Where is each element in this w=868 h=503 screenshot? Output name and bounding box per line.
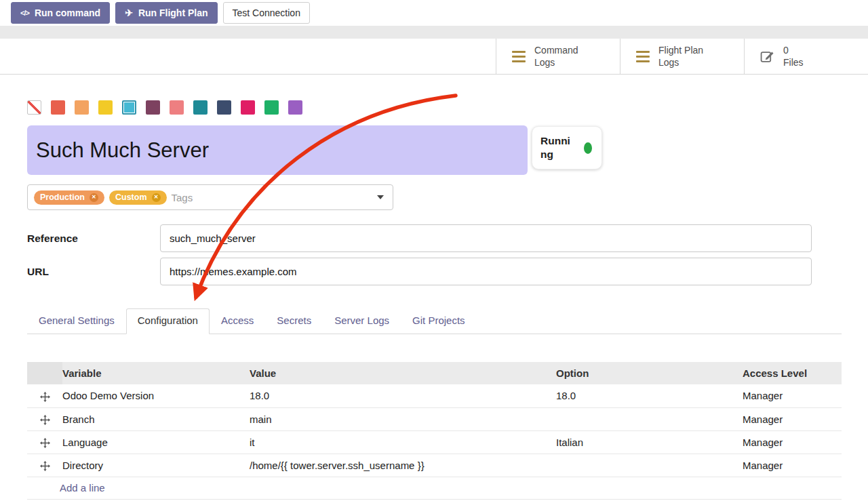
edit-icon bbox=[760, 49, 774, 64]
code-icon: </> bbox=[20, 9, 29, 17]
table-header-row: Variable Value Option Access Level bbox=[27, 362, 842, 384]
stat-button-label: 0Files bbox=[783, 44, 804, 68]
cell-variable[interactable]: Language bbox=[62, 430, 250, 454]
tab-access[interactable]: Access bbox=[210, 308, 265, 334]
tag-custom: Custom✕ bbox=[109, 190, 167, 205]
status-card: Running bbox=[532, 126, 602, 169]
test-connection-label: Test Connection bbox=[233, 8, 300, 18]
cell-value[interactable]: 18.0 bbox=[250, 384, 556, 407]
cell-variable[interactable]: Directory bbox=[62, 454, 250, 477]
tag-production: Production✕ bbox=[34, 190, 104, 205]
drag-icon bbox=[40, 438, 50, 448]
cell-access-level[interactable]: Manager bbox=[743, 407, 842, 430]
cell-access-level[interactable]: Manager bbox=[743, 430, 842, 454]
stat-button-command-logs[interactable]: CommandLogs bbox=[496, 39, 620, 74]
run-flight-plan-button[interactable]: ✈ Run Flight Plan bbox=[115, 2, 217, 24]
run-command-button[interactable]: </> Run command bbox=[11, 2, 110, 24]
color-swatch-salmon[interactable] bbox=[170, 100, 184, 115]
cell-option[interactable]: Italian bbox=[556, 430, 743, 454]
color-swatch-yellow[interactable] bbox=[98, 100, 113, 115]
drag-handle[interactable] bbox=[27, 454, 62, 477]
color-swatch-no-color[interactable] bbox=[27, 100, 41, 115]
tags-placeholder: Tags bbox=[172, 192, 193, 203]
menu-icon bbox=[512, 51, 526, 62]
tab-server-logs[interactable]: Server Logs bbox=[323, 308, 401, 334]
menu-icon bbox=[636, 51, 650, 62]
tab-bar: General SettingsConfigurationAccessSecre… bbox=[27, 308, 842, 334]
table-row[interactable]: Odoo Demo Version18.018.0Manager bbox=[27, 384, 842, 407]
stat-button-flight-plan-logs[interactable]: Flight PlanLogs bbox=[620, 39, 744, 74]
stat-button-label: CommandLogs bbox=[534, 44, 578, 68]
top-toolbar: </> Run command ✈ Run Flight Plan Test C… bbox=[0, 0, 868, 26]
tag-remove-icon[interactable]: ✕ bbox=[152, 193, 161, 202]
reference-input[interactable] bbox=[160, 224, 812, 252]
table-row[interactable]: LanguageitItalianManager bbox=[27, 430, 842, 454]
handle-column-header bbox=[27, 362, 62, 384]
stat-button-label: Flight PlanLogs bbox=[658, 44, 703, 68]
url-label: URL bbox=[27, 266, 160, 278]
plane-icon: ✈ bbox=[125, 8, 133, 18]
tag-label: Production bbox=[40, 193, 85, 202]
cell-value[interactable]: it bbox=[250, 430, 556, 454]
tab-git-projects[interactable]: Git Projects bbox=[401, 308, 477, 334]
server-name: Such Much Server bbox=[36, 138, 209, 163]
server-name-field[interactable]: Such Much Server bbox=[27, 125, 528, 175]
form-sheet: Such Much Server Running Production✕Cust… bbox=[0, 100, 868, 500]
color-swatch-navy[interactable] bbox=[217, 100, 231, 115]
drag-handle[interactable] bbox=[27, 430, 62, 454]
color-swatch-green[interactable] bbox=[264, 100, 279, 115]
cell-access-level[interactable]: Manager bbox=[743, 384, 842, 407]
url-input[interactable] bbox=[160, 258, 812, 285]
drag-handle[interactable] bbox=[27, 384, 62, 407]
color-picker bbox=[27, 100, 842, 115]
cell-option[interactable] bbox=[556, 454, 743, 477]
cell-value[interactable]: main bbox=[250, 407, 556, 430]
drag-icon bbox=[40, 392, 50, 402]
tag-label: Custom bbox=[115, 193, 147, 202]
color-swatch-orange[interactable] bbox=[75, 100, 89, 115]
separator-strip bbox=[0, 26, 868, 39]
config-table-body: Odoo Demo Version18.018.0ManagerBranchma… bbox=[27, 384, 842, 477]
run-command-label: Run command bbox=[35, 8, 100, 18]
tab-general-settings[interactable]: General Settings bbox=[27, 308, 126, 334]
add-a-line-link[interactable]: Add a line bbox=[60, 482, 105, 494]
cell-access-level[interactable]: Manager bbox=[743, 454, 842, 477]
test-connection-button[interactable]: Test Connection bbox=[223, 2, 310, 24]
title-row: Such Much Server Running bbox=[27, 125, 842, 175]
stat-button-files[interactable]: 0Files bbox=[744, 39, 868, 74]
column-header-access-level: Access Level bbox=[743, 362, 842, 384]
tab-secrets[interactable]: Secrets bbox=[265, 308, 323, 334]
reference-label: Reference bbox=[27, 233, 160, 245]
color-swatch-red[interactable] bbox=[51, 100, 65, 115]
column-header-option: Option bbox=[556, 362, 743, 384]
drag-handle[interactable] bbox=[27, 407, 62, 430]
cell-variable[interactable]: Odoo Demo Version bbox=[62, 384, 250, 407]
color-swatch-cyan[interactable] bbox=[122, 100, 136, 115]
column-header-value: Value bbox=[250, 362, 556, 384]
status-label: Running bbox=[540, 134, 572, 161]
status-dot bbox=[584, 142, 592, 154]
color-swatch-purple[interactable] bbox=[288, 100, 302, 115]
table-row[interactable]: BranchmainManager bbox=[27, 407, 842, 430]
cell-option[interactable] bbox=[556, 407, 743, 430]
color-swatch-magenta[interactable] bbox=[241, 100, 255, 115]
dropdown-caret-icon[interactable] bbox=[377, 195, 384, 199]
cell-option[interactable]: 18.0 bbox=[556, 384, 743, 407]
field-group: Reference URL bbox=[27, 224, 842, 285]
cell-variable[interactable]: Branch bbox=[62, 407, 250, 430]
tags-field[interactable]: Production✕Custom✕Tags bbox=[27, 184, 393, 210]
tag-remove-icon[interactable]: ✕ bbox=[90, 193, 98, 202]
tab-configuration[interactable]: Configuration bbox=[126, 308, 210, 334]
drag-icon bbox=[40, 461, 50, 471]
run-flight-plan-label: Run Flight Plan bbox=[138, 8, 208, 18]
table-row[interactable]: Directory/home/{{ tower.server.ssh_usern… bbox=[27, 454, 842, 477]
config-table: Variable Value Option Access Level Odoo … bbox=[27, 362, 842, 500]
color-swatch-plum[interactable] bbox=[146, 100, 160, 115]
add-line-row: Add a line bbox=[27, 477, 842, 499]
drag-icon bbox=[40, 415, 50, 425]
color-swatch-teal[interactable] bbox=[193, 100, 208, 115]
column-header-variable: Variable bbox=[62, 362, 250, 384]
cell-value[interactable]: /home/{{ tower.server.ssh_username }} bbox=[250, 454, 556, 477]
edit-icon bbox=[760, 49, 774, 64]
stat-button-bar: CommandLogsFlight PlanLogs0Files bbox=[0, 39, 868, 75]
